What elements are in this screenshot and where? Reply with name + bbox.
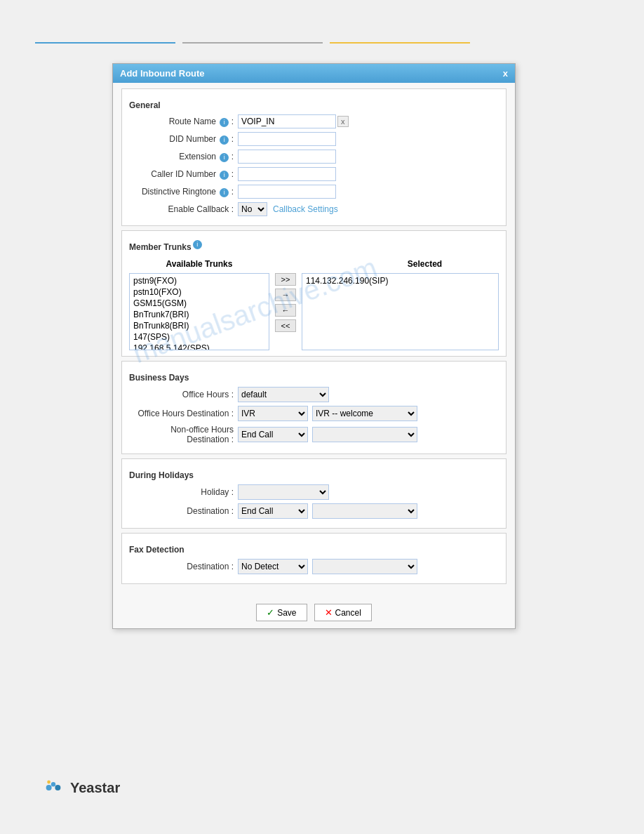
did-number-input[interactable]	[238, 132, 336, 146]
caller-id-info-icon[interactable]: i	[220, 171, 229, 180]
yeastar-logo: Yeastar	[42, 776, 120, 799]
did-number-label: DID Number i :	[129, 134, 238, 145]
trunk-147[interactable]: 147(SPS)	[131, 331, 267, 343]
holiday-row: Holiday :	[129, 484, 499, 500]
office-hours-dest-row: Office Hours Destination : IVR IVR -- we…	[129, 406, 499, 421]
close-button[interactable]: x	[503, 68, 508, 79]
trunk-bntrunk8[interactable]: BnTrunk8(BRI)	[131, 320, 267, 331]
enable-callback-select[interactable]: No Yes	[238, 202, 267, 216]
office-hours-row: Office Hours : default	[129, 387, 499, 402]
general-section-label: General	[129, 100, 499, 110]
save-button[interactable]: ✓ Save	[256, 604, 307, 621]
trunk-pstn10[interactable]: pstn10(FXO)	[131, 286, 267, 298]
selected-trunks-label: Selected	[351, 259, 499, 269]
ringtone-info-icon[interactable]: i	[220, 188, 229, 197]
office-hours-dest-select[interactable]: IVR	[238, 406, 308, 421]
extension-input[interactable]	[238, 150, 336, 164]
add-inbound-route-dialog: Add Inbound Route x General Route Name i…	[112, 63, 516, 629]
trunk-gsm15[interactable]: GSM15(GSM)	[131, 298, 267, 309]
member-trunks-label: Member Trunks	[129, 242, 192, 252]
trunk-bntrunk7[interactable]: BnTrunk7(BRI)	[131, 309, 267, 320]
member-trunks-label-row: Member Trunks i	[129, 237, 499, 256]
route-name-input-container: x	[238, 114, 349, 128]
save-label: Save	[277, 608, 296, 618]
svg-point-1	[47, 781, 51, 784]
holiday-dest-label: Destination :	[129, 506, 238, 516]
fax-detection-label: Fax Detection	[129, 545, 499, 555]
save-check-icon: ✓	[267, 607, 274, 618]
enable-callback-label: Enable Callback :	[129, 204, 238, 214]
top-decorative-lines	[35, 42, 609, 44]
available-trunks-list[interactable]: pstn9(FXO) pstn10(FXO) GSM15(GSM) BnTrun…	[129, 273, 269, 350]
route-name-clear-btn[interactable]: x	[337, 116, 349, 127]
gray-line	[182, 42, 323, 44]
svg-point-3	[55, 785, 60, 790]
svg-point-0	[46, 785, 52, 790]
trunk-transfer-buttons: >> → ← <<	[275, 273, 296, 332]
selected-trunk-1[interactable]: 114.132.246.190(SIP)	[304, 275, 497, 286]
dialog-header: Add Inbound Route x	[113, 64, 515, 83]
fax-dest-row: Destination : No Detect	[129, 559, 499, 574]
route-name-input[interactable]	[238, 114, 336, 128]
move-all-left-btn[interactable]: <<	[275, 319, 296, 332]
holiday-dest-second-select[interactable]	[312, 503, 417, 519]
yeastar-icon	[42, 776, 65, 799]
non-office-hours-second-select[interactable]	[312, 427, 417, 442]
dialog-title: Add Inbound Route	[120, 68, 205, 79]
fax-dest-second-select[interactable]	[312, 559, 417, 574]
fax-detection-section: Fax Detection Destination : No Detect	[121, 533, 507, 584]
extension-row: Extension i :	[129, 150, 499, 164]
member-trunks-section: Member Trunks i Available Trunks Selecte…	[121, 230, 507, 357]
member-trunks-info-icon[interactable]: i	[193, 240, 202, 249]
trunks-header: Available Trunks Selected	[129, 259, 499, 269]
enable-callback-row: Enable Callback : No Yes Callback Settin…	[129, 202, 499, 216]
distinctive-ringtone-row: Distinctive Ringtone i :	[129, 185, 499, 199]
yellow-line	[330, 42, 470, 44]
extension-label: Extension i :	[129, 152, 238, 162]
non-office-hours-dest-label: Non-office Hours Destination :	[129, 425, 238, 444]
office-hours-dest-label: Office Hours Destination :	[129, 409, 238, 418]
move-left-btn[interactable]: ←	[275, 304, 296, 317]
cancel-x-icon: ✕	[325, 607, 333, 618]
blue-line	[35, 42, 175, 44]
business-days-label: Business Days	[129, 373, 499, 383]
business-days-section: Business Days Office Hours : default Off…	[121, 361, 507, 454]
extension-info-icon[interactable]: i	[220, 153, 229, 162]
holidays-label: During Holidays	[129, 470, 499, 480]
cancel-label: Cancel	[335, 608, 361, 618]
holidays-section: During Holidays Holiday : Destination : …	[121, 458, 507, 529]
non-office-hours-dest-row: Non-office Hours Destination : End Call	[129, 425, 499, 444]
trunk-pstn9[interactable]: pstn9(FXO)	[131, 275, 267, 286]
route-name-label: Route Name i :	[129, 117, 238, 127]
did-number-row: DID Number i :	[129, 132, 499, 146]
office-hours-dest-second-select[interactable]: IVR -- welcome	[312, 406, 417, 421]
route-name-info-icon[interactable]: i	[220, 118, 229, 127]
svg-point-2	[51, 782, 55, 786]
available-trunks-label: Available Trunks	[129, 259, 269, 269]
yeastar-text: Yeastar	[70, 780, 120, 796]
caller-id-label: Caller ID Number i :	[129, 169, 238, 180]
did-info-icon[interactable]: i	[220, 135, 229, 145]
fax-dest-select[interactable]: No Detect	[238, 559, 308, 574]
selected-trunks-list[interactable]: 114.132.246.190(SIP)	[302, 273, 499, 350]
dialog-body: General Route Name i : x DID Number i :	[113, 83, 515, 597]
fax-dest-label: Destination :	[129, 562, 238, 571]
cancel-button[interactable]: ✕ Cancel	[314, 604, 372, 621]
caller-id-input[interactable]	[238, 167, 336, 181]
holiday-label: Holiday :	[129, 487, 238, 497]
general-section: General Route Name i : x DID Number i :	[121, 88, 507, 226]
route-name-row: Route Name i : x	[129, 114, 499, 128]
distinctive-ringtone-input[interactable]	[238, 185, 336, 199]
holiday-dest-row: Destination : End Call	[129, 503, 499, 519]
dialog-footer: ✓ Save ✕ Cancel	[113, 597, 515, 628]
trunk-192168[interactable]: 192.168.5.142(SPS)	[131, 343, 267, 350]
callback-settings-link[interactable]: Callback Settings	[273, 204, 338, 214]
trunks-body: pstn9(FXO) pstn10(FXO) GSM15(GSM) BnTrun…	[129, 273, 499, 350]
move-all-right-btn[interactable]: >>	[275, 273, 296, 286]
office-hours-select[interactable]: default	[238, 387, 329, 402]
non-office-hours-select[interactable]: End Call	[238, 427, 308, 442]
distinctive-ringtone-label: Distinctive Ringtone i :	[129, 187, 238, 197]
move-right-btn[interactable]: →	[275, 289, 296, 301]
holiday-dest-select[interactable]: End Call	[238, 503, 308, 519]
holiday-select[interactable]	[238, 484, 329, 500]
